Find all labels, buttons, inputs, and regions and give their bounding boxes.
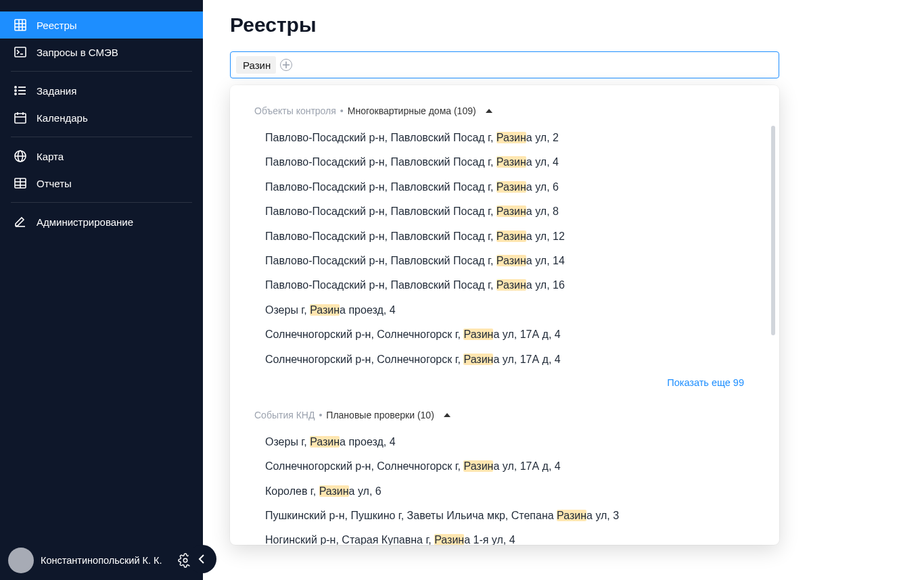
sidebar-item-admin[interactable]: Администрирование xyxy=(0,208,203,235)
result-item[interactable]: Солнечногорский р-н, Солнечногорск г, Ра… xyxy=(230,454,779,479)
result-item[interactable]: Солнечногорский р-н, Солнечногорск г, Ра… xyxy=(230,347,779,372)
svg-rect-13 xyxy=(15,114,26,123)
highlight: Разин xyxy=(463,354,493,365)
result-item[interactable]: Озеры г, Разина проезд, 4 xyxy=(230,430,779,454)
sidebar-footer: Константинопольский К. К. xyxy=(0,541,203,580)
list-icon xyxy=(14,84,27,97)
divider xyxy=(11,202,192,203)
highlight: Разин xyxy=(496,156,526,168)
sidebar-item-label: Реестры xyxy=(37,20,77,31)
user-name: Константинопольский К. К. xyxy=(41,555,175,566)
highlight: Разин xyxy=(434,534,464,545)
highlight: Разин xyxy=(310,436,340,448)
avatar[interactable] xyxy=(8,548,34,573)
terminal-icon xyxy=(14,45,27,59)
result-list-2: Озеры г, Разина проезд, 4Солнечногорский… xyxy=(230,430,779,545)
result-item[interactable]: Павлово-Посадский р-н, Павловский Посад … xyxy=(230,249,779,273)
highlight: Разин xyxy=(496,132,526,143)
divider xyxy=(11,71,192,72)
result-item[interactable]: Ногинский р-н, Старая Купавна г, Разина … xyxy=(230,528,779,545)
sidebar: Реестры Запросы в СМЭВ Задания Календарь xyxy=(0,0,203,580)
group-breadcrumb: События КНД xyxy=(254,410,315,420)
result-item[interactable]: Павлово-Посадский р-н, Павловский Посад … xyxy=(230,150,779,174)
highlight: Разин xyxy=(496,279,526,291)
sidebar-item-tasks[interactable]: Задания xyxy=(0,77,203,104)
sidebar-item-label: Отчеты xyxy=(37,178,72,189)
result-list-1: Павлово-Посадский р-н, Павловский Посад … xyxy=(230,126,779,372)
sidebar-item-registries[interactable]: Реестры xyxy=(0,11,203,39)
result-item[interactable]: Павлово-Посадский р-н, Павловский Посад … xyxy=(230,199,779,224)
result-item[interactable]: Павлово-Посадский р-н, Павловский Посад … xyxy=(230,273,779,297)
globe-icon xyxy=(14,149,27,163)
caret-up-icon[interactable] xyxy=(486,109,492,113)
result-item[interactable]: Павлово-Посадский р-н, Павловский Посад … xyxy=(230,175,779,199)
sidebar-item-label: Запросы в СМЭВ xyxy=(37,47,118,58)
highlight: Разин xyxy=(310,304,340,316)
highlight: Разин xyxy=(463,460,493,472)
svg-point-11 xyxy=(15,90,16,91)
result-item[interactable]: Павлово-Посадский р-н, Павловский Посад … xyxy=(230,224,779,249)
highlight: Разин xyxy=(496,231,526,242)
svg-rect-0 xyxy=(15,20,26,30)
result-item[interactable]: Озеры г, Разина проезд, 4 xyxy=(230,298,779,322)
search-tag[interactable]: Разин xyxy=(236,56,276,74)
svg-point-12 xyxy=(15,93,16,95)
sidebar-item-label: Задания xyxy=(37,85,76,97)
sidebar-item-map[interactable]: Карта xyxy=(0,143,203,170)
highlight: Разин xyxy=(496,181,526,193)
sidebar-item-smev[interactable]: Запросы в СМЭВ xyxy=(0,39,203,66)
svg-point-10 xyxy=(15,87,16,88)
sidebar-item-reports[interactable]: Отчеты xyxy=(0,170,203,197)
caret-up-icon[interactable] xyxy=(444,413,451,417)
search-tag-text: Разин xyxy=(243,59,271,71)
show-more-link[interactable]: Показать еще 99 xyxy=(230,372,779,400)
page-title: Реестры xyxy=(230,14,897,37)
svg-rect-5 xyxy=(15,47,26,57)
search-input[interactable]: Разин xyxy=(230,51,779,78)
highlight: Разин xyxy=(496,206,526,217)
group-title: Многоквартирные дома (109) xyxy=(348,105,476,116)
result-item[interactable]: Павлово-Посадский р-н, Павловский Посад … xyxy=(230,126,779,150)
add-tag-button[interactable] xyxy=(280,59,292,71)
highlight: Разин xyxy=(496,255,526,266)
main: Реестры Разин Объекты контроля • Многокв… xyxy=(203,0,924,580)
grid-icon xyxy=(14,18,27,32)
result-item[interactable]: Королев г, Разина ул, 6 xyxy=(230,479,779,504)
highlight: Разин xyxy=(557,510,586,521)
calendar-icon xyxy=(14,111,27,124)
scrollbar[interactable] xyxy=(771,126,775,335)
result-item[interactable]: Пушкинский р-н, Пушкино г, Заветы Ильича… xyxy=(230,504,779,528)
highlight: Разин xyxy=(463,329,493,340)
group-title: Плановые проверки (10) xyxy=(326,410,434,420)
sidebar-item-label: Администрирование xyxy=(37,216,133,228)
sidebar-item-calendar[interactable]: Календарь xyxy=(0,104,203,131)
group-header: Объекты контроля • Многоквартирные дома … xyxy=(230,105,779,116)
highlight: Разин xyxy=(319,485,349,497)
svg-point-25 xyxy=(183,558,187,562)
sidebar-item-label: Карта xyxy=(37,151,64,162)
result-item[interactable]: Солнечногорский р-н, Солнечногорск г, Ра… xyxy=(230,322,779,347)
edit-icon xyxy=(14,215,27,228)
search-dropdown: Объекты контроля • Многоквартирные дома … xyxy=(230,85,779,545)
group-header: События КНД • Плановые проверки (10) xyxy=(230,410,779,420)
table-icon xyxy=(14,176,27,190)
group-breadcrumb: Объекты контроля xyxy=(254,105,336,116)
nav: Реестры Запросы в СМЭВ Задания Календарь xyxy=(0,0,203,541)
sidebar-item-label: Календарь xyxy=(37,112,88,124)
divider xyxy=(11,137,192,137)
